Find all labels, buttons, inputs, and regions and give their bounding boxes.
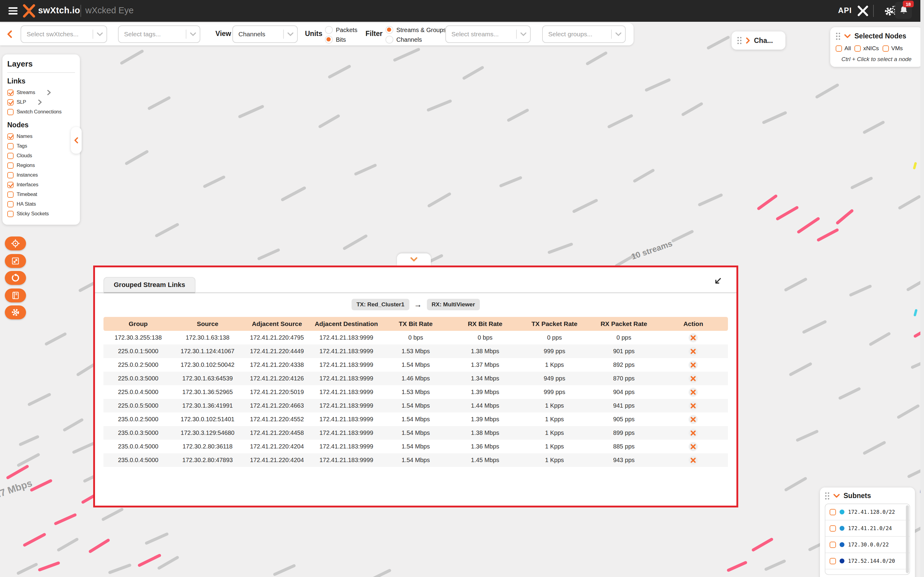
filter-vms[interactable]: VMs xyxy=(882,45,903,52)
tx-node-chip[interactable]: TX: Red_Cluster1 xyxy=(352,299,409,310)
subnet-row[interactable]: 172.52.144.0/20 xyxy=(825,553,909,569)
checkbox[interactable] xyxy=(7,172,14,179)
chevron-right-icon[interactable] xyxy=(745,37,750,44)
checkbox[interactable] xyxy=(7,163,14,169)
checkbox[interactable] xyxy=(830,542,836,548)
settings-button[interactable] xyxy=(5,305,26,319)
docs-button[interactable] xyxy=(5,288,26,302)
remove-stream-button[interactable] xyxy=(689,401,698,410)
hamburger-menu-icon[interactable] xyxy=(8,7,18,15)
remove-stream-button[interactable] xyxy=(689,388,698,397)
filter-option-streams-groups[interactable]: Streams & Groups xyxy=(386,26,446,34)
swxtch-x-icon[interactable] xyxy=(856,5,869,16)
checkbox[interactable] xyxy=(7,133,14,140)
layers-collapse-tab[interactable] xyxy=(71,127,82,154)
remove-stream-button[interactable] xyxy=(689,415,698,424)
remove-stream-button[interactable] xyxy=(689,442,698,451)
back-chevron-icon[interactable] xyxy=(6,30,13,38)
drag-handle-icon[interactable] xyxy=(737,37,742,44)
api-link[interactable]: API xyxy=(838,6,852,15)
page-scrollbar[interactable] xyxy=(920,0,924,577)
tags-select[interactable]: Select tags... xyxy=(118,26,200,43)
fullscreen-button[interactable] xyxy=(5,254,26,268)
checkbox[interactable] xyxy=(7,99,14,106)
checkbox[interactable] xyxy=(830,558,836,564)
swxtches-select[interactable]: Select swXtches... xyxy=(21,26,107,43)
layer-node-ha-stats[interactable]: HA Stats xyxy=(7,199,75,209)
chevron-right-icon[interactable] xyxy=(37,99,42,105)
layer-node-regions[interactable]: Regions xyxy=(7,161,75,170)
layer-node-names[interactable]: Names xyxy=(7,132,75,141)
table-cell: 172.41.21.183:9999 xyxy=(312,375,381,382)
chevron-down-icon[interactable] xyxy=(844,34,851,39)
radio-icon[interactable] xyxy=(325,36,333,44)
groups-select[interactable]: Select groups... xyxy=(542,26,626,43)
checkbox[interactable] xyxy=(7,201,14,208)
channels-collapsed-panel[interactable]: Cha... xyxy=(732,31,785,50)
table-row[interactable]: 225.0.0.3:5000172.30.1.63:64539172.41.21… xyxy=(103,372,728,385)
checkbox[interactable] xyxy=(830,509,836,515)
subnet-row[interactable]: 172.41.21.0/24 xyxy=(825,521,909,537)
table-row[interactable]: 172.30.3.255:138172.30.1.63:138172.41.21… xyxy=(103,331,728,345)
layer-node-sticky-sockets[interactable]: Sticky Sockets xyxy=(7,209,75,219)
layer-link-streams[interactable]: Streams xyxy=(7,88,75,97)
chevron-right-icon[interactable] xyxy=(47,90,52,95)
radio-icon[interactable] xyxy=(386,36,393,44)
filter-xnics[interactable]: xNICs xyxy=(855,45,879,52)
remove-stream-button[interactable] xyxy=(689,456,698,465)
checkbox[interactable] xyxy=(7,182,14,188)
remove-stream-button[interactable] xyxy=(689,374,698,383)
table-row[interactable]: 235.0.0.3:5000172.30.3.129:54680172.41.2… xyxy=(103,426,728,440)
table-row[interactable]: 225.0.0.5:5000172.30.1.36:41991172.41.21… xyxy=(103,399,728,413)
layer-node-tags[interactable]: Tags xyxy=(7,141,75,151)
table-row[interactable]: 235.0.0.4:5000172.30.2.80:47893172.41.21… xyxy=(103,453,728,467)
checkbox[interactable] xyxy=(855,45,861,52)
checkbox[interactable] xyxy=(7,143,14,149)
checkbox[interactable] xyxy=(7,109,14,115)
checkbox[interactable] xyxy=(7,90,14,96)
layer-node-instances[interactable]: Instances xyxy=(7,170,75,180)
view-select[interactable]: Channels xyxy=(233,26,298,43)
layer-link-slp[interactable]: SLP xyxy=(7,97,75,107)
drag-handle-icon[interactable] xyxy=(836,32,840,40)
remove-stream-button[interactable] xyxy=(689,347,698,356)
checkbox[interactable] xyxy=(7,153,14,159)
subnet-row[interactable]: 172.41.128.0/22 xyxy=(825,504,909,521)
rx-node-chip[interactable]: RX: MultiViewer xyxy=(427,299,480,310)
streams-select[interactable]: Select streams... xyxy=(445,26,531,43)
checkbox[interactable] xyxy=(7,211,14,217)
table-row[interactable]: 225.0.0.2:5000172.30.0.102:50042172.41.2… xyxy=(103,358,728,372)
filter-option-channels[interactable]: Channels xyxy=(386,36,446,44)
minimize-arrow-icon[interactable] xyxy=(714,277,722,285)
table-cell: 905 pps xyxy=(589,416,658,423)
radio-icon[interactable] xyxy=(325,26,333,34)
checkbox[interactable] xyxy=(7,192,14,198)
checkbox[interactable] xyxy=(830,525,836,532)
checkbox[interactable] xyxy=(836,45,842,52)
units-option-bits[interactable]: Bits xyxy=(325,36,357,44)
subnet-row[interactable]: 172.30.0.0/22 xyxy=(825,537,909,553)
radio-icon[interactable] xyxy=(386,26,393,34)
drag-handle-icon[interactable] xyxy=(825,492,830,500)
tab-grouped-stream-links[interactable]: Grouped Stream Links xyxy=(103,277,195,293)
table-row[interactable]: 225.0.0.1:5000172.30.1.124:41067172.41.2… xyxy=(103,345,728,358)
layer-node-interfaces[interactable]: Interfaces xyxy=(7,180,75,190)
checkbox[interactable] xyxy=(882,45,889,52)
filter-all[interactable]: All xyxy=(836,45,851,52)
table-row[interactable]: 225.0.0.4:5000172.30.1.36:52965172.41.21… xyxy=(103,385,728,399)
remove-stream-button[interactable] xyxy=(689,429,698,438)
units-option-packets[interactable]: Packets xyxy=(325,26,357,34)
layer-link-swxtch-connections[interactable]: Swxtch Connections xyxy=(7,107,75,117)
subnet-scrollbar[interactable] xyxy=(906,505,909,573)
remove-stream-button[interactable] xyxy=(689,333,698,342)
table-row[interactable]: 235.0.0.2:5000172.30.0.102:51401172.41.2… xyxy=(103,413,728,426)
remove-stream-button[interactable] xyxy=(689,361,698,369)
refresh-button[interactable] xyxy=(5,271,26,285)
layer-node-clouds[interactable]: Clouds xyxy=(7,151,75,161)
link-segment xyxy=(354,163,377,176)
panel-collapse-toggle[interactable] xyxy=(397,253,431,266)
locate-button[interactable] xyxy=(5,237,26,250)
table-row[interactable]: 235.0.0.4:5000172.30.2.80:36118172.41.21… xyxy=(103,440,728,453)
chevron-down-icon[interactable] xyxy=(833,493,840,498)
layer-node-timebeat[interactable]: Timebeat xyxy=(7,190,75,199)
